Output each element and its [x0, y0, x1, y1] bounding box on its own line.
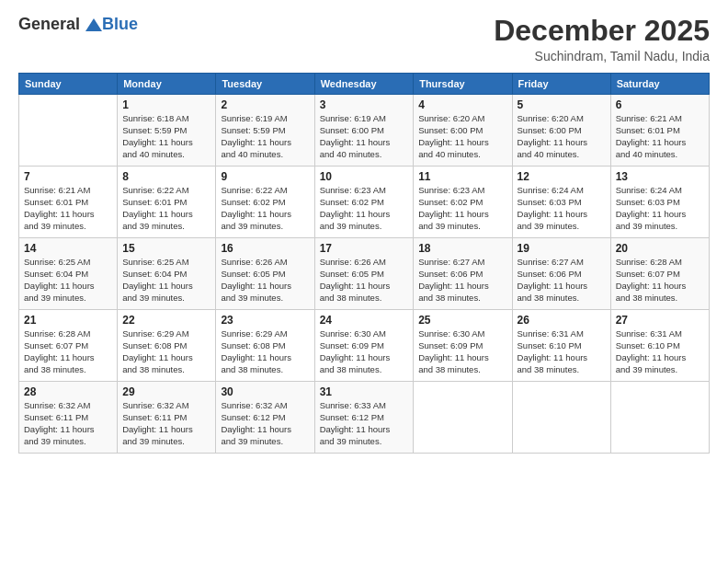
cell-content: Sunrise: 6:32 AMSunset: 6:12 PMDaylight:… — [221, 400, 309, 447]
col-thursday: Thursday — [414, 74, 512, 95]
day-number: 27 — [616, 314, 704, 327]
day-number: 29 — [122, 385, 210, 398]
table-row: 20Sunrise: 6:28 AMSunset: 6:07 PMDayligh… — [610, 238, 709, 310]
day-number: 12 — [518, 170, 606, 183]
table-row: 2Sunrise: 6:19 AMSunset: 5:59 PMDaylight… — [216, 95, 314, 167]
title-section: December 2025 Suchindram, Tamil Nadu, In… — [494, 15, 710, 63]
day-number: 6 — [616, 98, 704, 111]
col-sunday: Sunday — [19, 74, 118, 95]
cell-content: Sunrise: 6:31 AMSunset: 6:10 PMDaylight:… — [616, 328, 704, 375]
table-row — [19, 95, 118, 167]
cell-content: Sunrise: 6:31 AMSunset: 6:10 PMDaylight:… — [518, 328, 606, 375]
table-row: 11Sunrise: 6:23 AMSunset: 6:02 PMDayligh… — [414, 167, 512, 238]
table-row: 1Sunrise: 6:18 AMSunset: 5:59 PMDaylight… — [118, 95, 216, 167]
table-row: 8Sunrise: 6:22 AMSunset: 6:01 PMDaylight… — [118, 167, 216, 238]
day-number: 15 — [122, 242, 210, 255]
day-number: 3 — [320, 98, 409, 111]
table-row: 6Sunrise: 6:21 AMSunset: 6:01 PMDaylight… — [610, 95, 709, 167]
cell-content: Sunrise: 6:32 AMSunset: 6:11 PMDaylight:… — [122, 400, 210, 447]
calendar-week-3: 14Sunrise: 6:25 AMSunset: 6:04 PMDayligh… — [19, 238, 710, 310]
col-monday: Monday — [118, 74, 216, 95]
day-number: 19 — [518, 242, 606, 255]
header: General Blue December 2025 Suchindram, T… — [18, 15, 710, 63]
table-row: 9Sunrise: 6:22 AMSunset: 6:02 PMDaylight… — [216, 167, 314, 238]
cell-content: Sunrise: 6:20 AMSunset: 6:00 PMDaylight:… — [418, 113, 506, 160]
cell-content: Sunrise: 6:30 AMSunset: 6:09 PMDaylight:… — [320, 328, 409, 375]
table-row: 26Sunrise: 6:31 AMSunset: 6:10 PMDayligh… — [512, 310, 610, 382]
day-number: 7 — [24, 170, 112, 183]
cell-content: Sunrise: 6:23 AMSunset: 6:02 PMDaylight:… — [418, 185, 506, 232]
table-row: 28Sunrise: 6:32 AMSunset: 6:11 PMDayligh… — [19, 382, 118, 454]
cell-content: Sunrise: 6:20 AMSunset: 6:00 PMDaylight:… — [518, 113, 606, 160]
table-row: 7Sunrise: 6:21 AMSunset: 6:01 PMDaylight… — [19, 167, 118, 238]
col-wednesday: Wednesday — [314, 74, 414, 95]
cell-content: Sunrise: 6:21 AMSunset: 6:01 PMDaylight:… — [616, 113, 704, 160]
calendar-header-row: Sunday Monday Tuesday Wednesday Thursday… — [19, 74, 710, 95]
cell-content: Sunrise: 6:28 AMSunset: 6:07 PMDaylight:… — [616, 257, 704, 304]
table-row: 16Sunrise: 6:26 AMSunset: 6:05 PMDayligh… — [216, 238, 314, 310]
day-number: 2 — [221, 98, 309, 111]
cell-content: Sunrise: 6:27 AMSunset: 6:06 PMDaylight:… — [518, 257, 606, 304]
table-row: 4Sunrise: 6:20 AMSunset: 6:00 PMDaylight… — [414, 95, 512, 167]
day-number: 13 — [616, 170, 704, 183]
cell-content: Sunrise: 6:24 AMSunset: 6:03 PMDaylight:… — [616, 185, 704, 232]
day-number: 1 — [122, 98, 210, 111]
calendar-week-4: 21Sunrise: 6:28 AMSunset: 6:07 PMDayligh… — [19, 310, 710, 382]
day-number: 23 — [221, 314, 309, 327]
calendar-week-5: 28Sunrise: 6:32 AMSunset: 6:11 PMDayligh… — [19, 382, 710, 454]
day-number: 28 — [24, 385, 112, 398]
table-row: 15Sunrise: 6:25 AMSunset: 6:04 PMDayligh… — [118, 238, 216, 310]
day-number: 5 — [518, 98, 606, 111]
cell-content: Sunrise: 6:26 AMSunset: 6:05 PMDaylight:… — [320, 257, 409, 304]
table-row: 13Sunrise: 6:24 AMSunset: 6:03 PMDayligh… — [610, 167, 709, 238]
table-row: 14Sunrise: 6:25 AMSunset: 6:04 PMDayligh… — [19, 238, 118, 310]
month-title: December 2025 — [494, 15, 710, 47]
table-row — [610, 382, 709, 454]
day-number: 17 — [320, 242, 409, 255]
cell-content: Sunrise: 6:28 AMSunset: 6:07 PMDaylight:… — [24, 328, 112, 375]
table-row: 17Sunrise: 6:26 AMSunset: 6:05 PMDayligh… — [314, 238, 414, 310]
day-number: 9 — [221, 170, 309, 183]
cell-content: Sunrise: 6:25 AMSunset: 6:04 PMDaylight:… — [122, 257, 210, 304]
day-number: 10 — [320, 170, 409, 183]
day-number: 14 — [24, 242, 112, 255]
location: Suchindram, Tamil Nadu, India — [494, 49, 710, 63]
logo-blue-text: Blue — [102, 15, 138, 34]
cell-content: Sunrise: 6:25 AMSunset: 6:04 PMDaylight:… — [24, 257, 112, 304]
table-row: 10Sunrise: 6:23 AMSunset: 6:02 PMDayligh… — [314, 167, 414, 238]
col-tuesday: Tuesday — [216, 74, 314, 95]
cell-content: Sunrise: 6:19 AMSunset: 6:00 PMDaylight:… — [320, 113, 409, 160]
cell-content: Sunrise: 6:33 AMSunset: 6:12 PMDaylight:… — [320, 400, 409, 447]
cell-content: Sunrise: 6:22 AMSunset: 6:01 PMDaylight:… — [122, 185, 210, 232]
day-number: 20 — [616, 242, 704, 255]
cell-content: Sunrise: 6:19 AMSunset: 5:59 PMDaylight:… — [221, 113, 309, 160]
table-row: 21Sunrise: 6:28 AMSunset: 6:07 PMDayligh… — [19, 310, 118, 382]
cell-content: Sunrise: 6:21 AMSunset: 6:01 PMDaylight:… — [24, 185, 112, 232]
cell-content: Sunrise: 6:30 AMSunset: 6:09 PMDaylight:… — [418, 328, 506, 375]
cell-content: Sunrise: 6:26 AMSunset: 6:05 PMDaylight:… — [221, 257, 309, 304]
logo: General Blue — [18, 15, 138, 34]
day-number: 26 — [518, 314, 606, 327]
cell-content: Sunrise: 6:22 AMSunset: 6:02 PMDaylight:… — [221, 185, 309, 232]
table-row: 30Sunrise: 6:32 AMSunset: 6:12 PMDayligh… — [216, 382, 314, 454]
calendar-week-2: 7Sunrise: 6:21 AMSunset: 6:01 PMDaylight… — [19, 167, 710, 238]
table-row: 3Sunrise: 6:19 AMSunset: 6:00 PMDaylight… — [314, 95, 414, 167]
col-friday: Friday — [512, 74, 610, 95]
logo-general: General — [18, 15, 102, 34]
day-number: 31 — [320, 385, 409, 398]
table-row: 5Sunrise: 6:20 AMSunset: 6:00 PMDaylight… — [512, 95, 610, 167]
cell-content: Sunrise: 6:32 AMSunset: 6:11 PMDaylight:… — [24, 400, 112, 447]
page: General Blue December 2025 Suchindram, T… — [0, 0, 728, 563]
logo-text: General Blue — [18, 15, 138, 34]
day-number: 21 — [24, 314, 112, 327]
cell-content: Sunrise: 6:29 AMSunset: 6:08 PMDaylight:… — [221, 328, 309, 375]
day-number: 22 — [122, 314, 210, 327]
day-number: 16 — [221, 242, 309, 255]
calendar-table: Sunday Monday Tuesday Wednesday Thursday… — [18, 73, 710, 454]
calendar-week-1: 1Sunrise: 6:18 AMSunset: 5:59 PMDaylight… — [19, 95, 710, 167]
table-row: 18Sunrise: 6:27 AMSunset: 6:06 PMDayligh… — [414, 238, 512, 310]
table-row: 27Sunrise: 6:31 AMSunset: 6:10 PMDayligh… — [610, 310, 709, 382]
table-row: 29Sunrise: 6:32 AMSunset: 6:11 PMDayligh… — [118, 382, 216, 454]
cell-content: Sunrise: 6:27 AMSunset: 6:06 PMDaylight:… — [418, 257, 506, 304]
table-row: 22Sunrise: 6:29 AMSunset: 6:08 PMDayligh… — [118, 310, 216, 382]
